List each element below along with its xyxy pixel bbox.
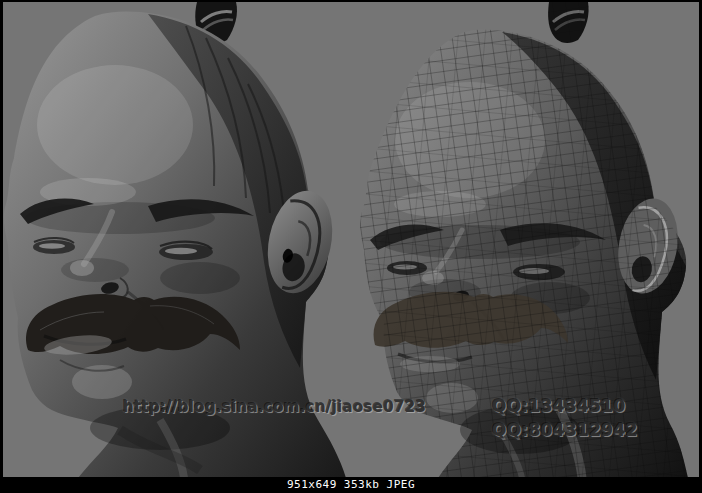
image-size-caption: 951x649 353kb JPEG bbox=[287, 477, 415, 493]
watermark-qq-primary: QQ:13434510 bbox=[492, 396, 626, 416]
forehead-highlight bbox=[37, 65, 193, 185]
watermark-qq-secondary: QQ:804312942 bbox=[492, 420, 638, 440]
sculpt-render-image: http://blog.sina.com.cn/jiaose0723 QQ:13… bbox=[0, 0, 702, 493]
image-caption-bar: 951x649 353kb JPEG bbox=[0, 477, 702, 493]
watermark-blog-url: http://blog.sina.com.cn/jiaose0723 bbox=[123, 398, 426, 416]
